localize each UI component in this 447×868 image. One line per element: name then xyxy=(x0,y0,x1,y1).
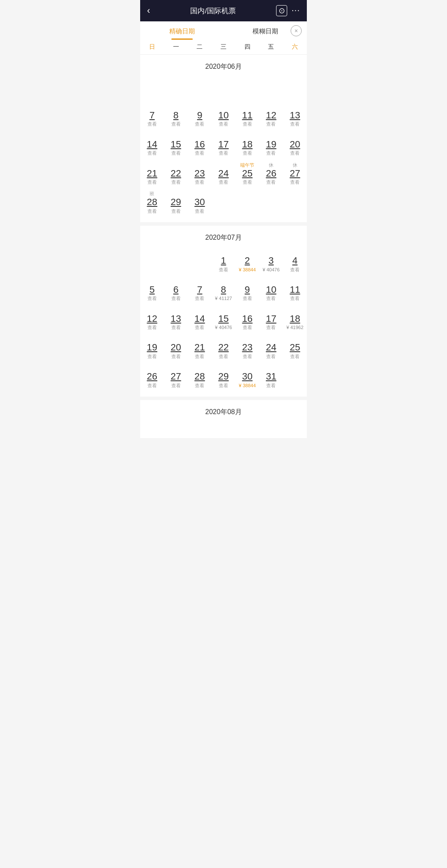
tab-bar: 精确日期 模糊日期 × xyxy=(140,21,307,40)
calendar-day[interactable]: 13查看 xyxy=(283,101,307,130)
calendar-day[interactable]: 10查看 xyxy=(212,101,235,130)
calendar-day[interactable]: 班28查看 xyxy=(140,188,164,217)
calendar-day[interactable]: 18¥ 41962 xyxy=(283,305,307,334)
back-button[interactable]: ‹ xyxy=(147,5,150,16)
calendar-day xyxy=(283,362,307,391)
july-month-label: 2020年07月 xyxy=(140,226,307,247)
calendar-day[interactable]: 17查看 xyxy=(212,130,235,159)
calendar-day[interactable]: 15¥ 40476 xyxy=(212,305,235,334)
weekday-thu: 四 xyxy=(235,43,259,51)
calendar-day[interactable]: 11查看 xyxy=(235,101,259,130)
calendar-day xyxy=(259,188,283,217)
calendar-day[interactable]: 6查看 xyxy=(164,276,188,305)
calendar-day[interactable]: 13查看 xyxy=(164,305,188,334)
calendar-day[interactable]: 24查看 xyxy=(212,159,235,188)
calendar-day[interactable]: 30查看 xyxy=(188,188,212,217)
calendar-day[interactable]: 10查看 xyxy=(259,276,283,305)
calendar-day[interactable]: 29查看 xyxy=(164,188,188,217)
calendar-day[interactable]: 8查看 xyxy=(164,101,188,130)
calendar-day xyxy=(283,76,307,101)
june-calendar: 2020年06月 7查看8查看9查看10查看11查看12查看13查看14查看15… xyxy=(140,55,307,222)
header: ‹ 国内/国际机票 ⊙ ··· xyxy=(140,0,307,21)
calendar-day[interactable]: 22查看 xyxy=(164,159,188,188)
calendar-day[interactable]: 22查看 xyxy=(212,333,235,362)
calendar-day[interactable]: 21查看 xyxy=(188,333,212,362)
pokemon-icon[interactable]: ⊙ xyxy=(276,5,287,16)
july-grid: 1查看2¥ 388443¥ 404764查看5查看6查看7查看8¥ 411279… xyxy=(140,247,307,397)
june-month-label: 2020年06月 xyxy=(140,55,307,76)
tab-precise[interactable]: 精确日期 xyxy=(140,21,224,40)
calendar-day[interactable]: 8¥ 41127 xyxy=(212,276,235,305)
calendar-day[interactable]: 26查看 xyxy=(140,362,164,391)
more-icon[interactable]: ··· xyxy=(291,5,300,16)
july-calendar: 2020年07月 1查看2¥ 388443¥ 404764查看5查看6查看7查看… xyxy=(140,226,307,397)
calendar-day[interactable]: 12查看 xyxy=(259,101,283,130)
weekday-sun: 日 xyxy=(140,43,164,51)
calendar-day[interactable]: 30¥ 38844 xyxy=(235,362,259,391)
calendar-day xyxy=(164,76,188,101)
calendar-day[interactable]: 11查看 xyxy=(283,276,307,305)
calendar-day[interactable]: 20查看 xyxy=(164,333,188,362)
calendar-day xyxy=(188,247,212,276)
calendar-day[interactable]: 9查看 xyxy=(235,276,259,305)
calendar-day[interactable]: 23查看 xyxy=(235,333,259,362)
weekday-fri: 五 xyxy=(259,43,283,51)
header-icons: ⊙ ··· xyxy=(276,5,300,16)
calendar-day[interactable]: 29查看 xyxy=(212,362,235,391)
calendar-day[interactable]: 31查看 xyxy=(259,362,283,391)
weekday-mon: 一 xyxy=(164,43,188,51)
month-divider-1 xyxy=(140,222,307,226)
calendar-day[interactable]: 12查看 xyxy=(140,305,164,334)
calendar-day[interactable]: 27查看 xyxy=(164,362,188,391)
page-title: 国内/国际机票 xyxy=(190,6,236,16)
calendar-day[interactable]: 7查看 xyxy=(140,101,164,130)
calendar-day xyxy=(140,247,164,276)
calendar-day[interactable]: 7查看 xyxy=(188,276,212,305)
calendar-day[interactable]: 19查看 xyxy=(140,333,164,362)
calendar-day[interactable]: 25查看 xyxy=(283,333,307,362)
calendar-day xyxy=(235,76,259,101)
calendar-day[interactable]: 17查看 xyxy=(259,305,283,334)
calendar-day[interactable]: 16查看 xyxy=(188,130,212,159)
calendar-day xyxy=(212,76,235,101)
calendar-day xyxy=(259,76,283,101)
calendar-day[interactable]: 14查看 xyxy=(188,305,212,334)
weekday-sat: 六 xyxy=(283,43,307,51)
august-calendar: 2020年08月 xyxy=(140,400,307,438)
calendar-day[interactable]: 休26查看 xyxy=(259,159,283,188)
calendar-day[interactable]: 1查看 xyxy=(212,247,235,276)
calendar-day[interactable]: 20查看 xyxy=(283,130,307,159)
weekday-tue: 二 xyxy=(188,43,212,51)
calendar-day[interactable]: 23查看 xyxy=(188,159,212,188)
calendar-day xyxy=(188,76,212,101)
calendar-day[interactable]: 19查看 xyxy=(259,130,283,159)
calendar-day[interactable]: 28查看 xyxy=(188,362,212,391)
calendar-day[interactable]: 休27查看 xyxy=(283,159,307,188)
calendar-day[interactable]: 14查看 xyxy=(140,130,164,159)
calendar-day[interactable]: 21查看 xyxy=(140,159,164,188)
close-button[interactable]: × xyxy=(291,25,302,36)
calendar-day[interactable]: 24查看 xyxy=(259,333,283,362)
calendar-day[interactable]: 18查看 xyxy=(235,130,259,159)
calendar-day[interactable]: 2¥ 38844 xyxy=(235,247,259,276)
calendar-day xyxy=(283,188,307,217)
calendar-day[interactable]: 16查看 xyxy=(235,305,259,334)
calendar-day[interactable]: 5查看 xyxy=(140,276,164,305)
calendar-day xyxy=(140,76,164,101)
weekday-wed: 三 xyxy=(212,43,235,51)
calendar-day[interactable]: 15查看 xyxy=(164,130,188,159)
calendar-day[interactable]: 3¥ 40476 xyxy=(259,247,283,276)
calendar-day[interactable]: 9查看 xyxy=(188,101,212,130)
calendar-day[interactable]: 4查看 xyxy=(283,247,307,276)
calendar-day[interactable]: 端午节25查看 xyxy=(235,159,259,188)
august-month-label: 2020年08月 xyxy=(140,400,307,421)
calendar-day xyxy=(235,188,259,217)
calendar-day xyxy=(164,247,188,276)
month-divider-2 xyxy=(140,397,307,400)
calendar-day xyxy=(212,188,235,217)
june-grid: 7查看8查看9查看10查看11查看12查看13查看14查看15查看16查看17查… xyxy=(140,76,307,222)
weekday-header: 日 一 二 三 四 五 六 xyxy=(140,40,307,55)
